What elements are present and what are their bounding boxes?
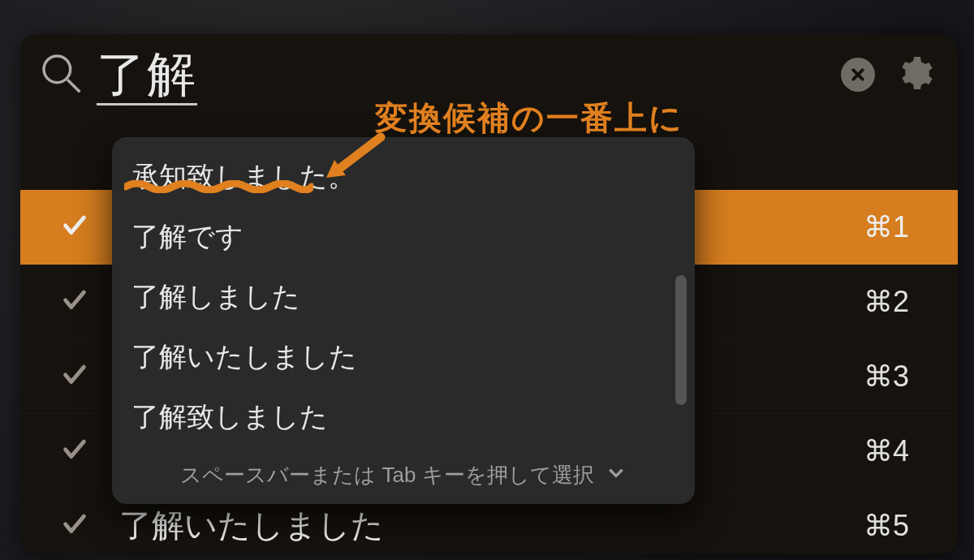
svg-line-1 (67, 80, 80, 92)
snippet-shortcut: ⌘3 (864, 360, 909, 394)
clear-button[interactable] (841, 58, 875, 92)
ime-candidate[interactable]: 承知致しました。 (112, 147, 695, 207)
close-icon (841, 58, 875, 92)
check-icon (61, 361, 93, 392)
search-input-text: 了解 (97, 47, 197, 106)
search-bar: 了解 (20, 34, 958, 115)
snippet-shortcut: ⌘1 (864, 210, 909, 244)
snippet-label: 了解いたしました (93, 503, 864, 548)
check-icon (61, 212, 93, 243)
check-icon (61, 436, 93, 467)
ime-hint-bar: スペースバーまたは Tab キーを押して選択 (112, 447, 695, 504)
gear-icon (894, 54, 933, 93)
snippet-shortcut: ⌘4 (864, 434, 909, 468)
ime-candidate[interactable]: 了解いたしました (112, 327, 695, 387)
snippet-shortcut: ⌘2 (864, 285, 909, 319)
snippet-shortcut: ⌘5 (864, 509, 909, 543)
check-icon (61, 510, 93, 541)
search-icon (38, 50, 84, 99)
ime-candidate[interactable]: 了解です (112, 207, 695, 267)
ime-hint-text: スペースバーまたは Tab キーを押して選択 (180, 461, 593, 489)
search-input[interactable]: 了解 (84, 42, 841, 108)
check-icon (61, 286, 93, 317)
ime-candidate[interactable]: 了解しました (112, 267, 695, 327)
ime-candidate[interactable]: 了解致しました (112, 387, 695, 447)
settings-button[interactable] (894, 54, 933, 96)
text-expander-panel: 了解 了解です ⌘1 ⌘2 ⌘3 了解英語 ⌘4 了解いたし (20, 34, 958, 554)
ime-scrollbar[interactable] (675, 275, 687, 405)
ime-candidate-popup: 承知致しました。 了解です 了解しました 了解いたしました 了解致しました スペ… (112, 137, 695, 504)
svg-point-0 (44, 56, 71, 83)
chevron-down-icon[interactable] (606, 462, 627, 489)
